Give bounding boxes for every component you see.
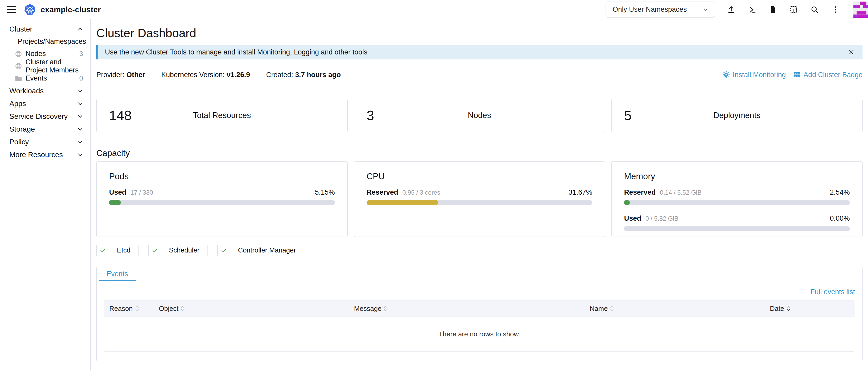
column-header-reason[interactable]: Reason xyxy=(104,301,154,317)
folder-icon xyxy=(14,75,22,82)
progress-bar xyxy=(624,226,850,231)
copy-kubeconfig-icon[interactable] xyxy=(789,5,798,14)
sidebar-group-header-workloads[interactable]: Workloads xyxy=(0,85,90,97)
sidebar-group-workloads: Workloads xyxy=(0,85,90,97)
sidebar-group-label: Policy xyxy=(9,138,77,146)
progress-bar xyxy=(624,200,850,205)
sidebar-item-label: Cluster and Project Members xyxy=(26,58,83,74)
sidebar-item-label: Nodes xyxy=(26,50,80,58)
column-header-object[interactable]: Object xyxy=(154,301,349,317)
chevron-down-icon xyxy=(77,151,84,158)
hamburger-menu-icon[interactable] xyxy=(7,6,16,13)
chevron-down-icon xyxy=(77,139,84,145)
tab-events[interactable]: Events xyxy=(99,267,136,281)
search-icon[interactable] xyxy=(810,5,819,14)
stat-card-nodes: 3 Nodes xyxy=(354,99,605,132)
sidebar-item-projects-namespaces[interactable]: Projects/Namespaces xyxy=(0,35,90,48)
kubectl-shell-icon[interactable] xyxy=(748,5,756,14)
tab-label: Events xyxy=(106,270,128,278)
sidebar-group-label: Apps xyxy=(9,99,77,108)
check-icon xyxy=(218,245,230,256)
sidebar-group-storage: Storage xyxy=(0,123,90,136)
sidebar-nav: Cluster Projects/Namespaces Nodes 3 xyxy=(0,19,91,370)
rancher-cluster-dashboard: example-cluster Only User Namespaces xyxy=(0,0,868,370)
info-banner: Use the new Cluster Tools to manage and … xyxy=(96,45,863,59)
action-label: Add Cluster Badge xyxy=(803,70,863,79)
status-badge-etcd: Etcd xyxy=(96,245,138,256)
status-badge-controller-manager: Controller Manager xyxy=(217,245,304,256)
sidebar-group-label: Service Discovery xyxy=(9,112,77,121)
status-badge-label: Etcd xyxy=(109,246,138,254)
check-icon xyxy=(149,245,161,256)
install-monitoring-link[interactable]: Install Monitoring xyxy=(722,70,786,79)
capacity-card-title: Memory xyxy=(624,171,850,181)
status-badge-label: Scheduler xyxy=(161,246,207,254)
user-avatar[interactable] xyxy=(854,2,868,18)
close-icon[interactable] xyxy=(847,48,856,57)
capacity-card-title: Pods xyxy=(109,171,335,181)
memory-used-gauge: Used 0 / 5.82 GiB 0.00% xyxy=(624,215,850,231)
sidebar-group-header-more-resources[interactable]: More Resources xyxy=(0,148,90,161)
memory-reserved-gauge: Reserved 0.14 / 5.52 GiB 2.54% xyxy=(624,189,850,205)
top-bar: example-cluster Only User Namespaces xyxy=(0,0,868,19)
sort-icon xyxy=(383,305,388,312)
capacity-card-pods: Pods Used 17 / 330 5.15% xyxy=(96,161,347,237)
sidebar-group-policy: Policy xyxy=(0,136,90,148)
globe-icon xyxy=(14,62,22,70)
sidebar-group-cluster: Cluster Projects/Namespaces Nodes 3 xyxy=(0,23,90,84)
sidebar-group-label: Workloads xyxy=(9,87,77,95)
status-badge-scheduler: Scheduler xyxy=(148,245,208,256)
gear-icon xyxy=(722,71,730,79)
sidebar-group-label: Storage xyxy=(9,125,77,134)
cluster-actions: Install Monitoring Add Cluster Badge xyxy=(722,70,863,79)
events-table: Reason Object Message Name Date There ar… xyxy=(104,300,855,352)
meta-kubernetes-version: Kubernetes Version: v1.26.9 xyxy=(161,70,250,79)
namespace-filter-select[interactable]: Only User Namespaces xyxy=(606,2,715,18)
sidebar-group-header-storage[interactable]: Storage xyxy=(0,123,90,136)
chevron-down-icon xyxy=(77,100,84,107)
sidebar-group-header-policy[interactable]: Policy xyxy=(0,136,90,148)
action-label: Install Monitoring xyxy=(733,70,786,79)
upload-icon[interactable] xyxy=(727,5,736,14)
capacity-row: Pods Used 17 / 330 5.15% CPU xyxy=(96,161,863,237)
progress-bar xyxy=(109,200,335,205)
cluster-name: example-cluster xyxy=(41,5,101,14)
chevron-down-icon xyxy=(77,126,84,133)
sidebar-item-label: Events xyxy=(26,74,80,82)
sidebar-item-cluster-project-members[interactable]: Cluster and Project Members xyxy=(0,60,90,72)
kubernetes-logo[interactable] xyxy=(24,4,36,16)
empty-state-row: There are no rows to show. xyxy=(104,317,855,351)
component-status-row: Etcd Scheduler Controller Manager xyxy=(96,245,863,256)
page-title: Cluster Dashboard xyxy=(96,26,863,40)
sidebar-item-count: 3 xyxy=(80,50,83,58)
sidebar-group-header-apps[interactable]: Apps xyxy=(0,97,90,110)
column-header-name[interactable]: Name xyxy=(585,301,765,317)
globe-icon xyxy=(14,50,22,58)
meta-provider: Provider: Other xyxy=(96,70,145,79)
pods-used-gauge: Used 17 / 330 5.15% xyxy=(109,189,335,205)
sidebar-group-header-cluster[interactable]: Cluster xyxy=(0,23,90,35)
stat-value: 5 xyxy=(624,108,631,123)
add-cluster-badge-link[interactable]: Add Cluster Badge xyxy=(793,70,863,79)
stat-label: Total Resources xyxy=(97,111,347,120)
check-icon xyxy=(97,245,109,256)
stat-value: 3 xyxy=(367,108,374,123)
chevron-down-icon xyxy=(77,88,84,94)
file-icon[interactable] xyxy=(769,5,777,14)
sort-icon xyxy=(610,305,614,312)
column-header-date[interactable]: Date xyxy=(765,301,855,317)
chevron-down-icon xyxy=(703,6,709,13)
stats-row: 148 Total Resources 3 Nodes 5 Deployment… xyxy=(96,99,863,132)
cluster-meta-row: Provider: Other Kubernetes Version: v1.2… xyxy=(96,70,863,79)
stat-label: Nodes xyxy=(354,111,605,120)
progress-bar-fill xyxy=(367,200,438,205)
full-events-list-link[interactable]: Full events list xyxy=(810,288,855,296)
kebab-menu-icon[interactable] xyxy=(831,5,840,14)
column-header-message[interactable]: Message xyxy=(349,301,585,317)
capacity-card-title: CPU xyxy=(367,171,592,181)
sidebar-group-header-service-discovery[interactable]: Service Discovery xyxy=(0,110,90,123)
status-badge-label: Controller Manager xyxy=(230,246,304,254)
sort-icon xyxy=(786,305,791,312)
sidebar-item-events[interactable]: Events 0 xyxy=(0,72,90,84)
sidebar-item-label: Projects/Namespaces xyxy=(18,37,86,46)
